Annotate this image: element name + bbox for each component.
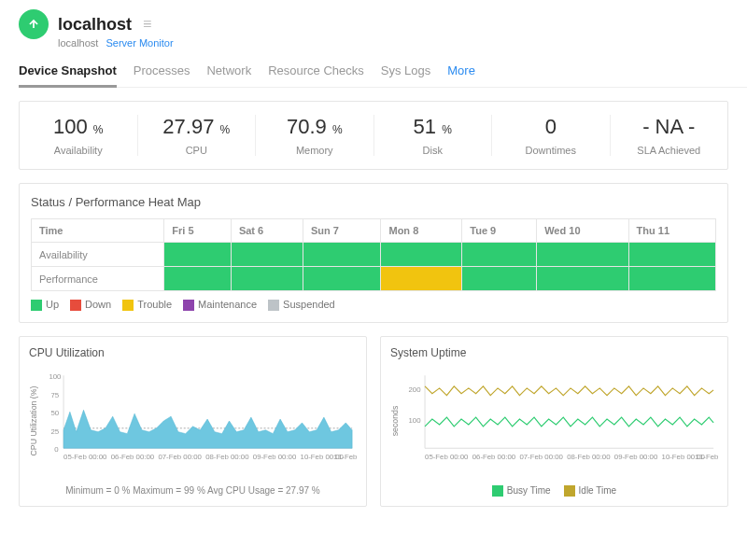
heatmap-title: Status / Performance Heat Map (31, 195, 716, 209)
tab-processes[interactable]: Processes (134, 58, 190, 87)
heatmap-row-availability: Availability (32, 243, 716, 267)
svg-text:09-Feb 00:00: 09-Feb 00:00 (614, 453, 658, 461)
svg-text:11-Feb 0: 11-Feb 0 (334, 453, 357, 461)
svg-text:75: 75 (50, 391, 59, 399)
metric-sla: - NA - SLA Achieved (611, 115, 728, 156)
svg-text:05-Feb 00:00: 05-Feb 00:00 (425, 453, 469, 461)
svg-text:05-Feb 00:00: 05-Feb 00:00 (63, 453, 107, 461)
svg-text:09-Feb 00:00: 09-Feb 00:00 (253, 453, 297, 461)
uptime-legend: Busy Time Idle Time (390, 485, 718, 497)
svg-text:seconds: seconds (390, 405, 400, 436)
svg-text:50: 50 (50, 409, 59, 417)
page-title: localhost (58, 15, 132, 35)
tab-resource-checks[interactable]: Resource Checks (268, 58, 364, 87)
swatch-busy-icon (492, 485, 503, 497)
svg-text:08-Feb 00:00: 08-Feb 00:00 (567, 453, 611, 461)
tab-more[interactable]: More (447, 58, 475, 87)
svg-text:200: 200 (409, 385, 422, 394)
heatmap-panel: Status / Performance Heat Map Time Fri 5… (19, 183, 728, 323)
swatch-up-icon (31, 300, 42, 311)
svg-text:08-Feb 00:00: 08-Feb 00:00 (205, 453, 249, 461)
svg-text:100: 100 (49, 372, 62, 381)
swatch-trouble-icon (122, 300, 134, 311)
cpu-chart: CPU Utilization (%) 100 75 50 25 0 05-Fe… (29, 365, 357, 477)
cpu-chart-panel: CPU Utilization CPU Utilization (%) 100 … (19, 336, 367, 507)
tab-sys-logs[interactable]: Sys Logs (381, 58, 430, 87)
metrics-row: 100 % Availability 27.97 % CPU 70.9 % Me… (19, 101, 728, 170)
swatch-idle-icon (564, 485, 575, 497)
breadcrumb-host: localhost (58, 37, 98, 49)
cpu-chart-title: CPU Utilization (29, 346, 357, 359)
metric-availability: 100 % Availability (20, 115, 138, 156)
heatmap-row-performance: Performance (32, 267, 716, 291)
svg-text:07-Feb 00:00: 07-Feb 00:00 (519, 453, 563, 461)
svg-text:06-Feb 00:00: 06-Feb 00:00 (111, 453, 155, 461)
swatch-down-icon (70, 300, 81, 311)
tab-device-snapshot[interactable]: Device Snapshot (19, 58, 117, 88)
uptime-chart-panel: System Uptime seconds 200 100 05-Feb 00:… (380, 336, 728, 507)
cpu-chart-footer: Minimum = 0 % Maximum = 99 % Avg CPU Usa… (29, 485, 357, 496)
svg-text:25: 25 (50, 427, 59, 436)
uptime-chart-title: System Uptime (390, 346, 718, 359)
header: localhost ≡ localhost Server Monitor (0, 0, 747, 49)
swatch-maintenance-icon (183, 300, 194, 311)
svg-text:0: 0 (54, 445, 59, 454)
status-up-icon (19, 9, 49, 39)
metric-disk: 51 % Disk (374, 115, 493, 156)
metric-downtimes: 0 Downtimes (492, 115, 611, 156)
metric-cpu: 27.97 % CPU (138, 115, 257, 156)
svg-text:11-Feb 0: 11-Feb 0 (696, 453, 718, 461)
tabs: Device Snapshot Processes Network Resour… (19, 58, 747, 88)
heatmap-legend: Up Down Trouble Maintenance Suspended (31, 299, 716, 311)
svg-text:100: 100 (409, 416, 422, 425)
svg-text:CPU Utilization (%): CPU Utilization (%) (29, 386, 38, 456)
uptime-chart: seconds 200 100 05-Feb 00:00 06-Feb 00:0… (390, 365, 718, 477)
svg-text:06-Feb 00:00: 06-Feb 00:00 (472, 453, 516, 461)
hamburger-icon[interactable]: ≡ (143, 16, 151, 33)
heatmap-table: Time Fri 5 Sat 6 Sun 7 Mon 8 Tue 9 Wed 1… (31, 218, 716, 291)
breadcrumb-link[interactable]: Server Monitor (106, 37, 173, 49)
metric-memory: 70.9 % Memory (256, 115, 374, 156)
breadcrumb: localhost Server Monitor (58, 37, 728, 49)
swatch-suspended-icon (268, 300, 279, 311)
svg-text:07-Feb 00:00: 07-Feb 00:00 (158, 453, 202, 461)
tab-network[interactable]: Network (206, 58, 251, 87)
